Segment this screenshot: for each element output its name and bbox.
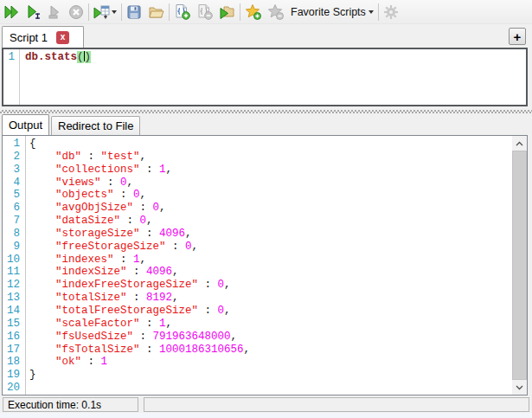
editor-code[interactable]: db.stats() bbox=[20, 49, 91, 105]
output-line: "dataSize" : 0, bbox=[29, 215, 512, 228]
add-favorite-icon bbox=[245, 3, 261, 20]
output-line-number: 19 bbox=[3, 369, 20, 382]
dropdown-caret-icon bbox=[369, 10, 374, 14]
tab-output[interactable]: Output bbox=[2, 114, 49, 135]
output-line: "ok" : 1 bbox=[29, 356, 512, 369]
gear-icon bbox=[383, 4, 399, 20]
execute-selection-button[interactable] bbox=[46, 3, 65, 22]
app-window: Favorite Scripts Script 1 x + bbox=[0, 0, 532, 418]
output-line: "indexFreeStorageSize" : 0, bbox=[29, 279, 512, 292]
output-line-number: 3 bbox=[3, 164, 20, 177]
toolbar-separator bbox=[121, 3, 122, 21]
output-tab-bar: Output Redirect to File bbox=[0, 114, 532, 135]
open-folder-icon bbox=[148, 4, 164, 20]
close-tab-button[interactable]: x bbox=[56, 31, 69, 44]
execution-time-panel: Execution time: 0.1s bbox=[3, 397, 138, 412]
stop-button[interactable] bbox=[67, 3, 86, 22]
output-line-number: 9 bbox=[3, 241, 20, 254]
output-line-number: 13 bbox=[3, 292, 20, 305]
output-line-number: 12 bbox=[3, 279, 20, 292]
add-tab-button[interactable]: + bbox=[509, 28, 526, 45]
settings-button[interactable] bbox=[381, 3, 401, 22]
new-script-button[interactable] bbox=[172, 3, 192, 22]
script-tab-label: Script 1 bbox=[10, 31, 48, 44]
execution-time-label: Execution time: 0.1s bbox=[8, 399, 101, 411]
scrollbar-thumb[interactable] bbox=[512, 151, 527, 380]
tab-script-1[interactable]: Script 1 x bbox=[2, 26, 84, 48]
execute-statement-button[interactable] bbox=[24, 3, 43, 22]
output-line-number: 15 bbox=[3, 318, 20, 331]
output-line: "collections" : 1, bbox=[29, 164, 512, 177]
window-bottom-edge bbox=[0, 413, 532, 418]
output-line: "indexes" : 1, bbox=[29, 254, 512, 267]
output-line-number: 8 bbox=[3, 228, 20, 241]
chevron-down-icon bbox=[516, 385, 523, 390]
editor-line-number: 1 bbox=[3, 51, 15, 64]
output-line-number: 17 bbox=[3, 344, 20, 357]
save-button[interactable] bbox=[125, 3, 144, 22]
output-line-number: 16 bbox=[3, 331, 20, 344]
code-object: db.stats bbox=[25, 51, 77, 63]
dropdown-caret-icon bbox=[112, 10, 117, 14]
output-line: "avgObjSize" : 0, bbox=[29, 202, 512, 215]
execute-selection-icon bbox=[48, 4, 63, 20]
output-line: "fsTotalSize" : 1000186310656, bbox=[29, 344, 512, 357]
output-line-number: 7 bbox=[3, 215, 20, 228]
output-line: "scaleFactor" : 1, bbox=[29, 318, 512, 331]
tab-redirect-to-file[interactable]: Redirect to File bbox=[51, 116, 140, 135]
redirect-tab-label: Redirect to File bbox=[58, 119, 133, 132]
output-line-number: 4 bbox=[3, 177, 20, 190]
output-line: "indexSize" : 4096, bbox=[29, 266, 512, 279]
script-tab-bar: Script 1 x + bbox=[0, 24, 532, 48]
output-line-number: 6 bbox=[3, 202, 20, 215]
output-line-number: 20 bbox=[3, 382, 20, 395]
output-line: "storageSize" : 4096, bbox=[29, 228, 512, 241]
execute-statement-icon bbox=[26, 4, 42, 20]
stop-icon bbox=[68, 4, 84, 20]
output-line bbox=[29, 382, 512, 395]
scroll-up-button[interactable] bbox=[512, 136, 527, 151]
favorite-scripts-dropdown[interactable]: Favorite Scripts bbox=[285, 3, 375, 22]
execute-to-table-button[interactable] bbox=[92, 3, 119, 22]
close-script-button[interactable] bbox=[195, 3, 215, 22]
output-gutter: 1234567891011121314151617181920 bbox=[3, 136, 26, 395]
output-line: "db" : "test", bbox=[29, 151, 512, 164]
output-line: "views" : 0, bbox=[29, 177, 512, 190]
output-code: { "db" : "test", "collections" : 1, "vie… bbox=[26, 136, 512, 395]
status-bar: Execution time: 0.1s bbox=[0, 397, 532, 413]
output-line-number: 11 bbox=[3, 266, 20, 279]
add-favorite-button[interactable] bbox=[243, 3, 263, 22]
toolbar: Favorite Scripts bbox=[0, 0, 532, 24]
output-line-number: 18 bbox=[3, 356, 20, 369]
close-script-icon bbox=[196, 3, 213, 20]
toolbar-separator bbox=[169, 3, 170, 21]
output-line-number: 14 bbox=[3, 305, 20, 318]
status-panel-empty bbox=[144, 397, 529, 412]
script-editor[interactable]: 1 db.stats() bbox=[2, 48, 528, 106]
output-line: "fsUsedSize" : 791963648000, bbox=[29, 331, 512, 344]
output-line: "totalFreeStorageSize" : 0, bbox=[29, 305, 512, 318]
output-line-number: 1 bbox=[3, 138, 20, 151]
favorite-scripts-label: Favorite Scripts bbox=[287, 6, 367, 18]
output-scrollbar[interactable] bbox=[512, 136, 527, 395]
output-line: "objects" : 0, bbox=[29, 189, 512, 202]
open-paren: ( bbox=[77, 51, 84, 63]
remove-favorite-button[interactable] bbox=[266, 3, 285, 22]
output-line: "freeStorageSize" : 0, bbox=[29, 241, 512, 254]
remove-favorite-icon bbox=[267, 3, 284, 20]
output-line: "totalSize" : 8192, bbox=[29, 292, 512, 305]
output-panel: 1234567891011121314151617181920 { "db" :… bbox=[2, 135, 528, 395]
chevron-up-icon bbox=[516, 141, 523, 146]
output-tab-label: Output bbox=[9, 119, 42, 132]
execute-all-icon bbox=[3, 4, 20, 20]
open-and-run-button[interactable] bbox=[217, 3, 237, 22]
save-icon bbox=[126, 4, 142, 20]
output-line-number: 2 bbox=[3, 151, 20, 164]
new-script-icon bbox=[174, 3, 190, 20]
open-file-button[interactable] bbox=[146, 3, 166, 22]
toolbar-separator bbox=[378, 3, 379, 21]
splitter-handle[interactable] bbox=[0, 110, 532, 113]
output-line: { bbox=[29, 138, 512, 151]
scroll-down-button[interactable] bbox=[512, 380, 527, 395]
execute-all-button[interactable] bbox=[2, 3, 22, 22]
